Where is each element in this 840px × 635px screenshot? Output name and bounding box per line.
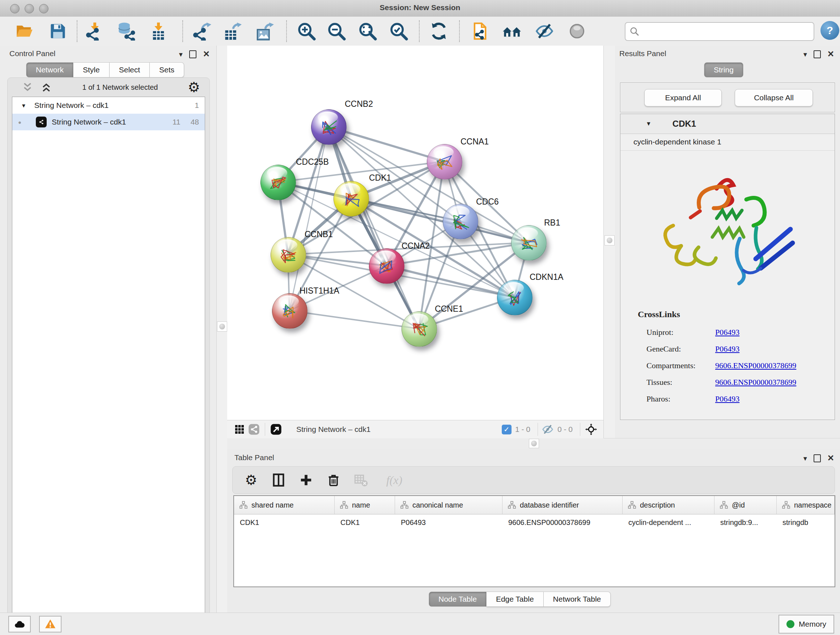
crosshair-icon[interactable]	[584, 422, 598, 437]
table-settings-gear-icon[interactable]: ⚙	[240, 470, 262, 491]
network-node-HIST1H1A[interactable]	[272, 293, 308, 329]
network-node-CDC25B[interactable]	[261, 165, 296, 200]
left-splitter[interactable]	[216, 46, 228, 613]
network-node-CCNB1[interactable]	[271, 237, 306, 272]
gene-card-header[interactable]: ▼ CDK1	[621, 114, 835, 134]
table-cell[interactable]: 9606.ENSP00000378699	[502, 518, 622, 527]
export-image-button[interactable]	[254, 21, 275, 41]
expand-all-button[interactable]: Expand All	[644, 89, 722, 106]
refresh-view-button[interactable]	[429, 21, 449, 41]
tab-string[interactable]: String	[704, 62, 744, 78]
add-column-icon[interactable]	[295, 470, 317, 491]
control-panel-menu-icon[interactable]: ▾	[179, 51, 183, 58]
zoom-out-button[interactable]	[326, 21, 347, 41]
crosslink-link[interactable]: 9606.ENSP00000378699	[715, 361, 796, 371]
results-panel-float-button[interactable]	[813, 50, 821, 58]
hidden-eye-icon[interactable]	[542, 422, 554, 437]
horizontal-splitter[interactable]	[227, 438, 840, 450]
network-canvas[interactable]: CCNB2CCNA1CDC25BCDK1CDC6RB1CCNB1CCNA2CDK…	[227, 46, 603, 420]
network-node-CDKN1A[interactable]	[497, 280, 532, 315]
birdseye-grid-icon[interactable]	[232, 422, 247, 437]
crosslink-link[interactable]: P06493	[715, 344, 739, 354]
save-session-button[interactable]	[48, 21, 68, 41]
table-cell[interactable]: stringdb	[777, 518, 835, 527]
network-node-CCNA2[interactable]	[369, 249, 404, 284]
table-cell[interactable]: P06493	[395, 518, 502, 527]
export-table-button[interactable]	[222, 21, 242, 41]
table-panel-float-button[interactable]	[813, 454, 821, 462]
disclosure-triangle-icon[interactable]: ▼	[21, 103, 27, 109]
right-splitter[interactable]	[603, 46, 616, 438]
table-cell[interactable]: cyclin-dependent ...	[622, 518, 714, 527]
hide-selected-button[interactable]	[534, 21, 554, 41]
control-panel-float-button[interactable]	[189, 50, 196, 58]
table-cell[interactable]: CDK1	[335, 518, 395, 527]
column-header-description[interactable]: description	[622, 496, 714, 514]
network-node-CCNB2[interactable]	[311, 109, 347, 145]
table-panel-menu-icon[interactable]: ▾	[804, 455, 807, 462]
tab-network[interactable]: Network	[26, 62, 73, 78]
search-field[interactable]	[625, 22, 814, 41]
network-node-CDK1[interactable]	[333, 181, 369, 217]
right-splitter-handle[interactable]	[605, 235, 615, 245]
table-cell[interactable]: CDK1	[234, 518, 335, 527]
import-network-database-button[interactable]	[117, 21, 137, 41]
table-cell[interactable]: stringdb:9...	[714, 518, 777, 527]
column-header-name[interactable]: name	[335, 496, 395, 514]
protein-structure-image	[641, 157, 801, 302]
column-header-namespace[interactable]: namespace	[777, 496, 835, 514]
search-input[interactable]	[640, 24, 810, 39]
left-splitter-handle[interactable]	[217, 321, 227, 332]
zoom-selected-button[interactable]	[388, 21, 409, 41]
network-node-RB1[interactable]	[511, 225, 546, 261]
network-collection-row[interactable]: ▼ String Network – cdk1 1	[12, 97, 205, 114]
crosslink-link[interactable]: 9606.ENSP00000378699	[715, 378, 796, 387]
delete-column-icon[interactable]	[323, 470, 344, 491]
tab-style[interactable]: Style	[73, 62, 110, 78]
column-header-id[interactable]: @id	[714, 496, 777, 514]
expand-all-icon[interactable]	[40, 82, 52, 93]
open-session-button[interactable]	[14, 21, 35, 41]
control-panel-close-button[interactable]: ✕	[203, 50, 210, 58]
table-row[interactable]: CDK1CDK1P064939606.ENSP00000378699cyclin…	[234, 515, 835, 530]
zoom-in-button[interactable]	[296, 21, 317, 41]
tab-sets[interactable]: Sets	[150, 62, 184, 78]
results-panel-close-button[interactable]: ✕	[827, 50, 834, 58]
cloud-status-button[interactable]	[8, 616, 31, 632]
show-columns-icon[interactable]	[268, 470, 289, 491]
import-network-file-button[interactable]	[85, 21, 105, 41]
show-all-button[interactable]	[567, 21, 587, 41]
new-network-from-selection-button[interactable]	[470, 21, 490, 41]
tab-network-table[interactable]: Network Table	[544, 592, 611, 607]
import-table-button[interactable]	[148, 21, 169, 41]
network-node-CCNE1[interactable]	[401, 311, 437, 347]
column-header-sharedname[interactable]: shared name	[234, 496, 335, 514]
table-panel-close-button[interactable]: ✕	[827, 454, 834, 462]
results-panel-menu-icon[interactable]: ▾	[804, 51, 807, 58]
network-node-CCNA1[interactable]	[427, 144, 462, 180]
help-button[interactable]: ?	[821, 21, 839, 40]
node-table[interactable]: shared namenamecanonical namedatabase id…	[233, 495, 835, 587]
crosslink-link[interactable]: P06493	[715, 328, 739, 337]
memory-button[interactable]: Memory	[778, 615, 834, 633]
zoom-fit-button[interactable]	[357, 21, 378, 41]
gear-icon[interactable]: ⚙	[188, 80, 200, 94]
column-header-databaseidentifier[interactable]: database identifier	[502, 496, 622, 514]
collapse-all-icon[interactable]	[21, 82, 34, 93]
tab-edge-table[interactable]: Edge Table	[486, 592, 544, 607]
detach-view-icon[interactable]	[269, 422, 283, 437]
network-node-CDC6[interactable]	[443, 204, 478, 239]
warnings-button[interactable]	[39, 616, 62, 632]
column-header-canonicalname[interactable]: canonical name	[395, 496, 502, 514]
tab-select[interactable]: Select	[110, 62, 150, 78]
disclosure-triangle-icon[interactable]: ▼	[646, 120, 652, 127]
first-neighbors-button[interactable]	[502, 21, 522, 41]
crosslink-link[interactable]: P06493	[715, 394, 739, 404]
selected-checkbox[interactable]: ✓	[502, 424, 512, 434]
tab-node-table[interactable]: Node Table	[429, 592, 486, 607]
collapse-all-button[interactable]: Collapse All	[735, 89, 813, 106]
network-thumbnail-icon[interactable]	[247, 422, 261, 437]
export-network-button[interactable]	[192, 21, 212, 41]
horizontal-splitter-handle[interactable]	[529, 439, 539, 448]
network-row-selected[interactable]: ● String Network – cdk1 11 48	[12, 114, 205, 130]
